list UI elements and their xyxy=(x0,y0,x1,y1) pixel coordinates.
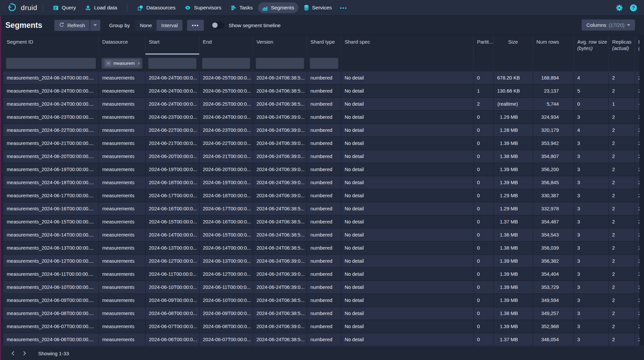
cell-version[interactable]: 2024-06-24T06:39:0... xyxy=(253,255,307,267)
column-header-datasource[interactable]: Datasource xyxy=(99,35,145,55)
cell-shard_spec[interactable]: No detail xyxy=(341,189,474,202)
table-row[interactable]: measurements_2024-06-09T00:00:00....meas… xyxy=(3,294,639,307)
cell-version[interactable]: 2024-06-24T06:39:0... xyxy=(253,150,307,163)
cell-datasource[interactable]: measurements xyxy=(99,333,145,346)
nav-item-load-data[interactable]: Load data xyxy=(81,2,121,13)
cell-partition[interactable]: 0 xyxy=(474,124,494,137)
cell-datasource[interactable]: measurements xyxy=(99,150,145,163)
cell-factor[interactable]: 2 xyxy=(635,71,639,84)
cell-factor[interactable]: 2 xyxy=(635,111,639,123)
cell-shard_spec[interactable]: No detail xyxy=(341,320,474,333)
cell-segment_id[interactable]: measurements_2024-06-18T00:00:00.... xyxy=(3,176,99,189)
cell-start[interactable]: 2024-06-22T00:00:0... xyxy=(145,124,199,137)
cell-start[interactable]: 2024-06-20T00:00:0... xyxy=(145,150,199,163)
cell-factor[interactable]: 2 xyxy=(635,320,639,333)
cell-shard_spec[interactable]: No detail xyxy=(341,202,474,215)
nav-item-supervisors[interactable]: Supervisors xyxy=(181,2,225,13)
prev-page-button[interactable] xyxy=(7,348,19,358)
cell-shard_spec[interactable]: No detail xyxy=(341,255,474,267)
cell-shard_type[interactable]: numbered xyxy=(307,320,341,333)
cell-replicas[interactable]: 2 xyxy=(609,137,635,150)
cell-size[interactable]: 1.38 MB xyxy=(494,242,533,254)
cell-factor[interactable]: 2 xyxy=(635,255,639,267)
cell-partition[interactable]: 0 xyxy=(474,294,494,307)
column-header-segment_id[interactable]: Segment ID xyxy=(3,35,99,55)
cell-shard_type[interactable]: numbered xyxy=(307,202,341,215)
cell-start[interactable]: 2024-06-17T00:00:0... xyxy=(145,189,199,202)
cell-version[interactable]: 2024-06-24T06:39:0... xyxy=(253,137,307,150)
cell-partition[interactable]: 0 xyxy=(474,150,494,163)
cell-end[interactable]: 2024-06-24T00:00:0... xyxy=(199,111,253,123)
table-row[interactable]: measurements_2024-06-12T00:00:00....meas… xyxy=(3,255,639,268)
cell-datasource[interactable]: measurements xyxy=(99,228,145,241)
cell-replicas[interactable]: 2 xyxy=(609,71,635,84)
cell-num_rows[interactable]: 353,729 xyxy=(533,281,574,294)
cell-end[interactable]: 2024-06-18T00:00:0... xyxy=(199,189,253,202)
cell-end[interactable]: 2024-06-16T00:00:0... xyxy=(199,215,253,228)
cell-end[interactable]: 2024-06-17T00:00:0... xyxy=(199,202,253,215)
cell-end[interactable]: 2024-06-12T00:00:0... xyxy=(199,268,253,280)
cell-num_rows[interactable]: 5,744 xyxy=(533,98,574,110)
cell-factor[interactable]: 2 xyxy=(635,281,639,294)
table-row[interactable]: measurements_2024-06-24T00:00:00....meas… xyxy=(3,71,639,85)
cell-start[interactable]: 2024-06-11T00:00:0... xyxy=(145,268,199,280)
cell-shard_spec[interactable]: No detail xyxy=(341,98,474,110)
columns-button[interactable]: Columns (17/20) xyxy=(582,19,635,31)
cell-num_rows[interactable]: 320,179 xyxy=(533,124,574,137)
cell-shard_spec[interactable]: No detail xyxy=(341,85,474,97)
cell-size[interactable]: 1.37 MB xyxy=(494,333,533,346)
cell-num_rows[interactable]: 168,894 xyxy=(533,71,574,84)
cell-start[interactable]: 2024-06-09T00:00:0... xyxy=(145,294,199,307)
cell-end[interactable]: 2024-06-11T00:00:0... xyxy=(199,281,253,294)
column-header-size[interactable]: Size xyxy=(494,35,533,55)
table-row[interactable]: measurements_2024-06-23T00:00:00....meas… xyxy=(3,111,639,124)
cell-avg_row_size[interactable]: 3 xyxy=(574,268,609,280)
cell-factor[interactable]: 2 xyxy=(635,150,639,163)
cell-datasource[interactable]: measurements xyxy=(99,124,145,137)
cell-segment_id[interactable]: measurements_2024-06-09T00:00:00.... xyxy=(3,294,99,307)
cell-shard_spec[interactable]: No detail xyxy=(341,176,474,189)
table-row[interactable]: measurements_2024-06-24T00:00:00....meas… xyxy=(3,85,639,98)
cell-shard_spec[interactable]: No detail xyxy=(341,150,474,163)
cell-partition[interactable]: 0 xyxy=(474,281,494,294)
cell-replicas[interactable]: 2 xyxy=(609,85,635,97)
refresh-button[interactable]: Refresh xyxy=(54,20,90,31)
cell-start[interactable]: 2024-06-15T00:00:0... xyxy=(145,215,199,228)
cell-datasource[interactable]: measurements xyxy=(99,242,145,254)
cell-replicas[interactable]: 2 xyxy=(609,124,635,137)
cell-shard_type[interactable]: numbered xyxy=(307,215,341,228)
cell-avg_row_size[interactable]: 3 xyxy=(574,163,609,176)
cell-shard_spec[interactable]: No detail xyxy=(341,215,474,228)
cell-num_rows[interactable]: 324,934 xyxy=(533,111,574,123)
cell-partition[interactable]: 0 xyxy=(474,228,494,241)
cell-replicas[interactable]: 2 xyxy=(609,255,635,267)
cell-avg_row_size[interactable]: 3 xyxy=(574,111,609,123)
cell-segment_id[interactable]: measurements_2024-06-10T00:00:00.... xyxy=(3,281,99,294)
cell-factor[interactable]: 2 xyxy=(635,242,639,254)
cell-version[interactable]: 2024-06-24T06:39:0... xyxy=(253,268,307,280)
table-row[interactable]: measurements_2024-06-22T00:00:00....meas… xyxy=(3,124,639,137)
cell-version[interactable]: 2024-06-24T06:38:5... xyxy=(253,228,307,241)
cell-shard_spec[interactable]: No detail xyxy=(341,307,474,320)
table-row[interactable]: measurements_2024-06-08T00:00:00....meas… xyxy=(3,307,639,320)
cell-shard_type[interactable]: numbered xyxy=(307,137,341,150)
cell-start[interactable]: 2024-06-16T00:00:0... xyxy=(145,202,199,215)
cell-partition[interactable]: 0 xyxy=(474,333,494,346)
cell-factor[interactable]: 2 xyxy=(635,202,639,215)
cell-avg_row_size[interactable]: 3 xyxy=(574,137,609,150)
cell-datasource[interactable]: measurements xyxy=(99,163,145,176)
cell-avg_row_size[interactable]: 3 xyxy=(574,189,609,202)
cell-version[interactable]: 2024-06-24T06:39:0... xyxy=(253,281,307,294)
cell-shard_type[interactable]: numbered xyxy=(307,242,341,254)
cell-size[interactable]: 1.39 MB xyxy=(494,281,533,294)
cell-replicas[interactable]: 2 xyxy=(609,163,635,176)
cell-end[interactable]: 2024-06-13T00:00:0... xyxy=(199,255,253,267)
cell-shard_spec[interactable]: No detail xyxy=(341,281,474,294)
cell-end[interactable]: 2024-06-15T00:00:0... xyxy=(199,228,253,241)
cell-version[interactable]: 2024-06-24T06:38:5... xyxy=(253,307,307,320)
cell-avg_row_size[interactable]: 3 xyxy=(574,242,609,254)
cell-version[interactable]: 2024-06-24T06:38:5... xyxy=(253,215,307,228)
cell-datasource[interactable]: measurements xyxy=(99,307,145,320)
nav-more-button[interactable]: ••• xyxy=(337,3,351,13)
cell-segment_id[interactable]: measurements_2024-06-22T00:00:00.... xyxy=(3,124,99,137)
